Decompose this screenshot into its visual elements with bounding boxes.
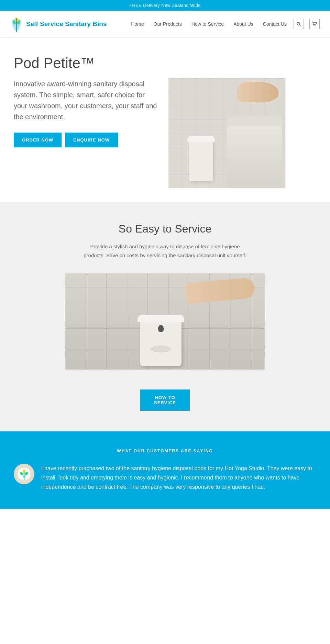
logo-link[interactable]: Self Service Sanitary Bins [10,15,107,33]
testimonials-section: WHAT OUR CUSTOMERS ARE SAYING I have rec… [0,431,330,509]
how-to-service-label: HOW TOSERVICE [154,395,176,405]
svg-point-6 [314,25,315,26]
header-icons [294,19,320,29]
svg-point-4 [297,22,300,25]
order-now-button[interactable]: ORDER NOW [14,133,62,147]
svg-line-5 [299,25,301,26]
cart-button[interactable] [309,19,320,29]
easy-service-description: Provide a stylish and hygienic way to di… [79,242,251,260]
service-product-image [65,273,265,370]
site-header: Self Service Sanitary Bins Home Our Prod… [0,11,330,38]
nav-our-products[interactable]: Our Products [154,21,182,27]
hero-description: Innovative award-winning sanitary dispos… [14,78,158,122]
nav-home[interactable]: Home [131,21,144,27]
easy-service-title: So Easy to Service [14,223,316,235]
testimonial-text: I have recently purchased two of the san… [41,464,316,492]
avatar-image [14,464,34,484]
hero-buttons: ORDER NOW ENQUIRE NOW [14,133,162,147]
testimonials-label: WHAT OUR CUSTOMERS ARE SAYING [14,449,316,453]
search-button[interactable] [294,19,304,29]
search-icon [296,22,301,26]
avatar-logo-icon [18,467,31,481]
main-nav: Home Our Products How to Service About U… [131,21,287,27]
nav-contact-us[interactable]: Contact Us [263,21,287,27]
nav-about-us[interactable]: About Us [233,21,253,27]
enquire-now-button[interactable]: ENQUIRE NOW [65,133,118,147]
hero-title: Pod Petite™ [14,55,316,71]
hero-section: Pod Petite™ Innovative award-winning san… [0,38,330,188]
cart-icon [312,22,317,26]
svg-point-7 [316,25,316,26]
testimonial-item: I have recently purchased two of the san… [14,464,316,492]
easy-service-section: So Easy to Service Provide a stylish and… [0,202,330,431]
logo-text: Self Service Sanitary Bins [26,20,107,28]
promo-banner: FREE Delivery New Zealand Wide [0,0,330,11]
hero-product-image [168,78,285,188]
avatar [14,464,34,484]
banner-text: FREE Delivery New Zealand Wide [129,3,201,8]
logo-icon [10,15,23,33]
how-to-service-button[interactable]: HOW TOSERVICE [140,389,190,411]
nav-how-to-service[interactable]: How to Service [191,21,224,27]
